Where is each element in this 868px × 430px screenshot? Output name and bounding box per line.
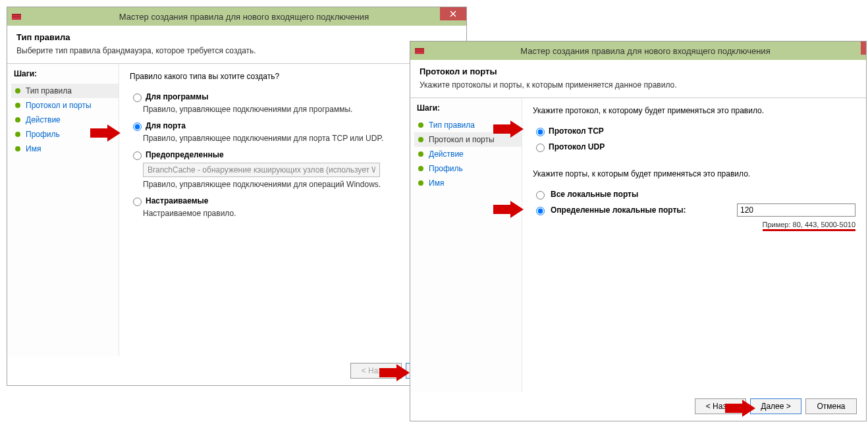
button-bar: < Назад Далее >	[7, 356, 466, 385]
option-udp[interactable]: Протокол UDP	[533, 142, 855, 152]
firewall-icon	[11, 11, 22, 22]
svg-rect-1	[12, 14, 21, 15]
page-title: Протокол и порты	[420, 67, 857, 76]
cancel-button[interactable]: Отмена	[805, 398, 857, 414]
step-rule-type[interactable]: Тип правила	[11, 84, 119, 98]
option-specific-ports[interactable]: Определенные локальные порты:	[533, 203, 855, 217]
step-action[interactable]: Действие	[11, 113, 119, 127]
radio-custom[interactable]	[133, 198, 142, 206]
wizard-header: Протокол и порты Укажите протоколы и пор…	[410, 60, 866, 98]
step-profile[interactable]: Профиль	[414, 161, 522, 176]
radio-predefined[interactable]	[133, 151, 142, 160]
next-button[interactable]: Далее >	[750, 398, 801, 414]
button-bar: < Назад Далее > Отмена	[410, 392, 866, 421]
predefined-combo	[143, 163, 380, 177]
firewall-icon	[414, 45, 425, 56]
close-button[interactable]	[861, 41, 866, 55]
option-program[interactable]: Для программы	[130, 92, 456, 102]
option-custom-desc: Настраиваемое правило.	[143, 209, 456, 218]
steps-heading: Шаги:	[11, 69, 119, 78]
option-predefined[interactable]: Предопределенные	[130, 149, 456, 160]
radio-udp[interactable]	[536, 144, 545, 152]
step-name[interactable]: Имя	[11, 142, 119, 156]
steps-sidebar: Шаги: Тип правила Протокол и порты Дейст…	[410, 98, 522, 392]
back-button: < Назад	[350, 363, 402, 379]
wizard-window-protocol-ports: Мастер создания правила для нового входя…	[410, 41, 867, 421]
step-name[interactable]: Имя	[414, 176, 522, 190]
wizard-header: Тип правила Выберите тип правила брандма…	[7, 26, 466, 64]
option-port-desc: Правило, управляющее подключениями для п…	[143, 134, 456, 143]
option-program-desc: Правило, управляющее подключениями для п…	[143, 105, 456, 114]
step-protocol-ports[interactable]: Протокол и порты	[414, 132, 522, 147]
radio-specific-ports[interactable]	[536, 207, 545, 215]
step-protocol-ports[interactable]: Протокол и порты	[11, 98, 119, 113]
step-rule-type[interactable]: Тип правила	[414, 118, 522, 132]
back-button[interactable]: < Назад	[695, 398, 746, 414]
page-subtitle: Укажите протоколы и порты, к которым при…	[420, 80, 857, 90]
content-area: Укажите протокол, к которому будет приме…	[522, 98, 866, 392]
radio-program[interactable]	[133, 94, 142, 102]
step-profile[interactable]: Профиль	[11, 127, 119, 142]
ports-example-text: Пример: 80, 443, 5000-5010	[763, 221, 856, 231]
steps-sidebar: Шаги: Тип правила Протокол и порты Дейст…	[7, 64, 119, 356]
close-button[interactable]	[440, 7, 466, 20]
question-text: Правило какого типа вы хотите создать?	[130, 72, 456, 81]
titlebar[interactable]: Мастер создания правила для нового входя…	[410, 41, 866, 60]
option-tcp[interactable]: Протокол TCP	[533, 126, 855, 136]
svg-rect-6	[415, 48, 424, 49]
ports-input[interactable]	[737, 203, 855, 217]
svg-rect-2	[12, 16, 21, 17]
radio-all-ports[interactable]	[536, 191, 545, 200]
option-port[interactable]: Для порта	[130, 121, 456, 131]
page-title: Тип правила	[16, 32, 457, 42]
option-all-ports[interactable]: Все локальные порты	[533, 189, 855, 200]
titlebar[interactable]: Мастер создания правила для нового входя…	[7, 7, 466, 26]
page-subtitle: Выберите тип правила брандмауэра, которо…	[16, 46, 457, 55]
wizard-window-rule-type: Мастер создания правила для нового входя…	[7, 7, 467, 386]
radio-port[interactable]	[133, 122, 142, 131]
radio-tcp[interactable]	[536, 128, 545, 136]
option-predefined-desc: Правило, управляющее подключениями для о…	[143, 180, 456, 189]
window-title: Мастер создания правила для нового входя…	[26, 12, 462, 22]
question-ports: Укажите порты, к которым будет применять…	[533, 169, 855, 178]
window-title: Мастер создания правила для нового входя…	[429, 46, 862, 56]
step-action[interactable]: Действие	[414, 147, 522, 161]
option-custom[interactable]: Настраиваемые	[130, 196, 456, 206]
svg-rect-7	[415, 51, 424, 51]
steps-heading: Шаги:	[414, 103, 522, 113]
question-protocol: Укажите протокол, к которому будет приме…	[533, 106, 855, 115]
